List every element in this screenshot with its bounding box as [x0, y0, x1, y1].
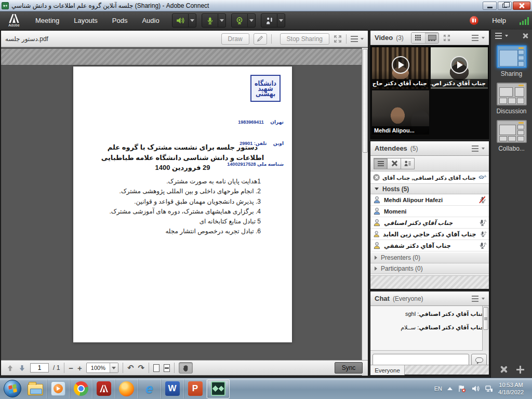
set-status-button[interactable]: [261, 14, 285, 28]
attendee-row[interactable]: Momeni: [370, 206, 489, 217]
chat-scrollbar[interactable]: [482, 306, 489, 351]
fit-width-button[interactable]: [164, 364, 170, 372]
language-indicator[interactable]: EN: [434, 385, 442, 392]
microphone-icon: [206, 17, 214, 25]
menu-meeting[interactable]: Meeting: [28, 11, 66, 30]
zoom-level-select[interactable]: 100%: [86, 363, 118, 373]
set-status-dropdown[interactable]: [277, 14, 285, 27]
rotate-right-button[interactable]: ↷: [138, 363, 144, 373]
taskbar-acrobat-icon[interactable]: [92, 379, 115, 398]
layout-discussion[interactable]: Discussion: [491, 83, 532, 115]
attendee-status-view-button[interactable]: [401, 158, 415, 169]
participants-group-header[interactable]: Participants (0): [370, 263, 489, 274]
phone-conference-row[interactable]: جناب آقاي دكتر اصنافي, جناب آقاي دكتر حا…: [370, 171, 489, 184]
layout-collaboration[interactable]: Collabo...: [491, 120, 532, 152]
speaker-dropdown[interactable]: [188, 14, 196, 27]
tray-expand-icon[interactable]: [447, 387, 453, 390]
zoom-out-button[interactable]: −: [69, 364, 73, 372]
help-menu[interactable]: Help: [486, 17, 512, 24]
rotate-left-button[interactable]: ↶: [127, 363, 134, 373]
network-icon[interactable]: [485, 384, 493, 393]
action-center-flag-icon[interactable]: [458, 384, 466, 393]
presenters-group-header[interactable]: Presenters (0): [370, 252, 489, 263]
add-layout-icon[interactable]: [516, 366, 524, 374]
page-total: / 1: [53, 364, 60, 371]
microphone-dropdown[interactable]: [218, 14, 225, 27]
attendee-name: Mehdi Alipour Hafezi: [384, 197, 443, 203]
recording-indicator-icon[interactable]: [470, 16, 478, 25]
fullscreen-icon[interactable]: [334, 35, 342, 43]
video-tile[interactable]: جناب آقاي دكتر اص...: [431, 47, 488, 89]
taskbar-powerpoint-icon[interactable]: P: [184, 379, 207, 398]
fit-page-button[interactable]: [153, 364, 159, 372]
connection-signal-icon[interactable]: [520, 17, 529, 25]
adobe-logo: Adobe: [0, 11, 28, 30]
hang-up-icon[interactable]: [373, 174, 380, 181]
play-icon[interactable]: [392, 56, 409, 74]
menu-pods[interactable]: Pods: [105, 11, 135, 30]
attendees-pod-menu[interactable]: [472, 145, 485, 152]
webcam-button[interactable]: [231, 14, 256, 28]
layout-sharing[interactable]: Sharing: [491, 45, 532, 77]
sync-button[interactable]: Sync: [335, 362, 363, 374]
attendee-row[interactable]: جناب آقاي دكتر اصنافي: [370, 217, 489, 229]
page-up-button[interactable]: [6, 364, 14, 372]
phone-person-icon: [373, 219, 381, 227]
menu-audio[interactable]: Audio: [135, 11, 166, 30]
hosts-group-header[interactable]: Hosts (5): [370, 184, 489, 194]
chat-scrollbar-thumb[interactable]: [483, 307, 488, 330]
layout-bar-close-icon[interactable]: [523, 33, 528, 38]
start-button[interactable]: [1, 379, 24, 398]
taskbar-explorer-icon[interactable]: [24, 379, 47, 398]
video-filmstrip-view-button[interactable]: [425, 33, 438, 43]
pdf-page: دانشگاه شهید بهشتی تهران 1983969411 اوین…: [73, 66, 292, 342]
attendee-row[interactable]: جناب آقاي دكتر حاجي زين العابديني: [370, 229, 489, 240]
phone-audio-icon: [478, 219, 486, 227]
video-tile[interactable]: Mehdi Alipou...: [372, 90, 429, 136]
taskbar-clock[interactable]: 10:53 AM 4/18/2022: [498, 381, 527, 396]
pointer-tool-button[interactable]: [254, 33, 267, 45]
zoom-in-button[interactable]: +: [77, 364, 82, 372]
expand-icon: [375, 256, 377, 260]
document-scrollbar[interactable]: [362, 48, 368, 376]
pan-tool-button[interactable]: [179, 362, 193, 374]
attendee-row[interactable]: Mehdi Alipour Hafezi: [370, 194, 489, 206]
speaker-button[interactable]: [172, 14, 196, 28]
volume-icon[interactable]: [471, 384, 480, 393]
layout-label: Sharing: [501, 70, 522, 77]
layout-bar-menu[interactable]: [495, 33, 508, 39]
phone-handset-icon: [478, 174, 486, 181]
taskbar-firefox-icon[interactable]: [115, 379, 138, 398]
page-down-button[interactable]: [18, 364, 26, 372]
document-scrollbar-thumb[interactable]: [363, 49, 368, 153]
play-icon[interactable]: [450, 56, 468, 74]
restore-button[interactable]: [498, 2, 512, 10]
taskbar-adobe-connect-icon[interactable]: [207, 379, 230, 398]
page-number-input[interactable]: [30, 363, 49, 373]
share-pod-menu[interactable]: [351, 36, 364, 42]
video-fullscreen-icon[interactable]: [443, 34, 450, 42]
video-tile[interactable]: جناب آقاي دكتر حاج...: [372, 47, 429, 89]
chat-tab-everyone[interactable]: Everyone: [370, 365, 405, 375]
taskbar-chrome-icon[interactable]: [70, 379, 92, 398]
breakout-view-button[interactable]: [387, 158, 401, 169]
stop-sharing-button[interactable]: Stop Sharing: [280, 33, 329, 45]
draw-button[interactable]: Draw: [221, 33, 249, 45]
taskbar-media-player-icon[interactable]: [47, 379, 70, 398]
zoom-dropdown-arrow[interactable]: [110, 363, 118, 373]
attendee-name: جناب آقاي دكتر شفقي: [384, 242, 451, 249]
pod-options-icon[interactable]: [499, 365, 508, 374]
close-button[interactable]: [513, 2, 530, 10]
video-pod-menu[interactable]: [472, 35, 485, 41]
taskbar-ie-icon[interactable]: e: [138, 379, 161, 398]
menu-layouts[interactable]: Layouts: [66, 11, 105, 30]
chat-pod-menu[interactable]: [472, 296, 485, 302]
attendee-row[interactable]: جناب آقاي دكتر شفقي: [370, 240, 489, 251]
attendee-list-view-button[interactable]: [374, 158, 388, 169]
minimize-button[interactable]: [483, 2, 497, 10]
microphone-button[interactable]: [202, 14, 226, 28]
taskbar-word-icon[interactable]: W: [161, 379, 184, 398]
shared-filename: دستور جلسه.pdf: [5, 35, 48, 43]
video-grid-view-button[interactable]: [411, 33, 425, 43]
webcam-dropdown[interactable]: [247, 14, 255, 27]
